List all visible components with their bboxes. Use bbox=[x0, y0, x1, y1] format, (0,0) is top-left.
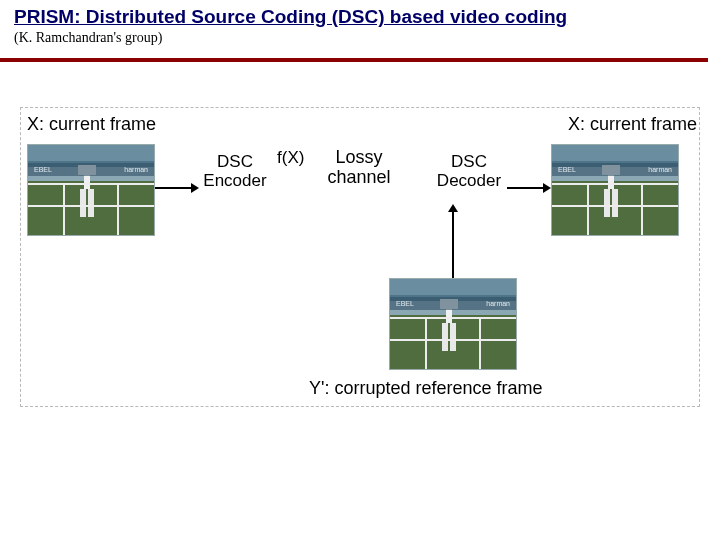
block-decoder: DSC Decoder bbox=[431, 153, 507, 190]
slide-title: PRISM: Distributed Source Coding (DSC) b… bbox=[14, 6, 706, 28]
divider bbox=[0, 58, 708, 62]
svg-marker-1 bbox=[191, 183, 199, 193]
diagram-canvas: X: current frame X: current frame EBEL h… bbox=[20, 107, 700, 407]
banner-text-ebel: EBEL bbox=[558, 166, 576, 173]
channel-line2: channel bbox=[319, 168, 399, 188]
block-encoder: DSC Encoder bbox=[199, 153, 271, 190]
label-x-current-right: X: current frame bbox=[568, 114, 697, 135]
block-channel: Lossy channel bbox=[319, 148, 399, 188]
arrow-frame-to-encoder bbox=[155, 182, 199, 194]
image-current-frame-right: EBEL harman bbox=[551, 144, 679, 236]
encoder-line1: DSC bbox=[199, 153, 271, 172]
arrow-reference-to-decoder bbox=[447, 204, 459, 278]
label-x-current-left: X: current frame bbox=[27, 114, 156, 135]
image-current-frame-left: EBEL harman bbox=[27, 144, 155, 236]
decoder-line2: Decoder bbox=[431, 172, 507, 191]
decoder-line1: DSC bbox=[431, 153, 507, 172]
banner-text-harman: harman bbox=[124, 166, 148, 173]
svg-marker-5 bbox=[448, 204, 458, 212]
channel-line1: Lossy bbox=[319, 148, 399, 168]
banner-text-ebel: EBEL bbox=[396, 300, 414, 307]
arrow-decoder-to-frame bbox=[507, 182, 551, 194]
svg-marker-3 bbox=[543, 183, 551, 193]
banner-text-ebel: EBEL bbox=[34, 166, 52, 173]
banner-text-harman: harman bbox=[486, 300, 510, 307]
encoder-line2: Encoder bbox=[199, 172, 271, 191]
image-corrupted-reference: EBEL harman bbox=[389, 278, 517, 370]
label-fx: f(X) bbox=[277, 148, 304, 168]
banner-text-harman: harman bbox=[648, 166, 672, 173]
slide-subtitle: (K. Ramchandran's group) bbox=[14, 30, 706, 46]
label-y-corrupted: Y': corrupted reference frame bbox=[309, 378, 543, 399]
